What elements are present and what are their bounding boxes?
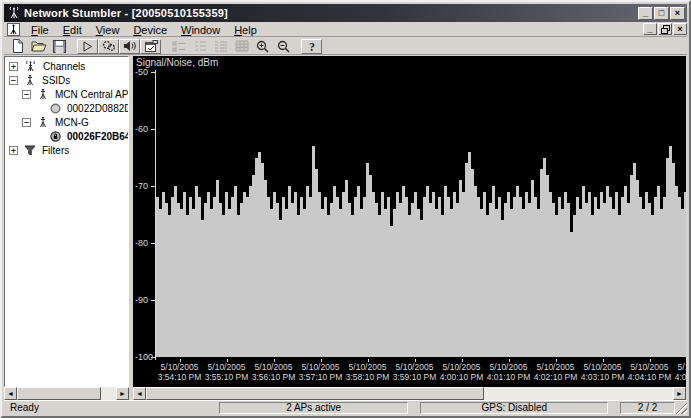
menu-item-device[interactable]: Device [126, 24, 174, 36]
small-icons-view-button [168, 39, 189, 54]
details-view-button [210, 39, 231, 54]
x-tick-mark [650, 359, 651, 362]
child-restore-button[interactable] [658, 23, 672, 35]
y-tick-label: -80 [135, 238, 155, 248]
channels-antenna-icon [21, 60, 40, 72]
x-tick-mark [180, 359, 181, 362]
scroll-left-arrow-icon[interactable]: ◄ [4, 387, 17, 400]
help-button[interactable]: ? [301, 39, 322, 54]
window-title: Network Stumbler - [20050510155359] [24, 7, 637, 19]
network-tree-panel: +Channels−SSIDs−MCN Central AP00022D0882… [4, 56, 129, 387]
tree-item-mcn-central-ap[interactable]: −MCN Central AP [5, 87, 128, 101]
svg-text:?: ? [309, 40, 315, 53]
tree-horizontal-scrollbar[interactable]: ◄ ► [4, 387, 129, 400]
x-tick-mark [509, 359, 510, 362]
speaker-button[interactable] [119, 39, 140, 54]
x-tick-label: 5/10/20054:00:10 PM [438, 359, 485, 385]
tree-item-label: 00026F20B64A [67, 131, 129, 142]
signal-chart-panel: Signal/Noise, dBm -50-60-70-80-90-100 5/… [133, 56, 686, 387]
status-bar: Ready 2 APs active GPS: Disabled 2 / 2 [4, 400, 687, 414]
ap-lock-icon [47, 131, 64, 142]
child-minimize-button[interactable]: _ [643, 23, 657, 35]
open-file-button[interactable] [28, 39, 49, 54]
zoom-in-button[interactable] [252, 39, 273, 54]
y-tick-label: -100 [135, 352, 155, 362]
play-icon [82, 41, 93, 52]
x-tick-label: 5/10/20053:56:10 PM [250, 359, 297, 385]
status-ready: Ready [4, 402, 219, 414]
toolbar-separator [161, 39, 168, 54]
new-file-icon [11, 39, 24, 53]
scrollbar-thumb[interactable] [17, 387, 101, 400]
menu-item-help[interactable]: Help [227, 24, 264, 36]
x-tick-mark [415, 359, 416, 362]
tree-item-ssids[interactable]: −SSIDs [5, 73, 128, 87]
tree-item-mcn-g[interactable]: −MCN-G [5, 115, 128, 129]
x-tick-label: 5/10/20054:01:10 PM [485, 359, 532, 385]
menu-item-view[interactable]: View [89, 24, 127, 36]
tree-item-00022d0882da[interactable]: 00022D0882DA [5, 101, 128, 115]
tree-item-label: SSIDs [42, 75, 70, 86]
maximize-button[interactable]: □ [654, 7, 669, 20]
x-tick-mark [603, 359, 604, 362]
scroll-right-arrow-icon[interactable]: ► [673, 387, 686, 400]
child-close-button[interactable]: × [673, 23, 687, 35]
scrollbar-thumb[interactable] [146, 387, 484, 400]
resize-grip[interactable] [675, 402, 687, 414]
x-tick-mark [556, 359, 557, 362]
x-axis-labels: 5/10/20053:54:10 PM5/10/20053:55:10 PM5/… [156, 359, 686, 385]
scroll-left-arrow-icon[interactable]: ◄ [133, 387, 146, 400]
zoom-out-button[interactable] [273, 39, 294, 54]
save-button[interactable] [49, 39, 70, 54]
tree-item-label: Channels [43, 61, 85, 72]
x-tick-mark [227, 359, 228, 362]
expand-plus-icon[interactable]: + [9, 146, 18, 155]
app-antenna-icon [7, 6, 21, 20]
scroll-right-arrow-icon[interactable]: ► [116, 387, 129, 400]
x-tick-mark [274, 359, 275, 362]
expand-plus-icon[interactable]: + [9, 62, 18, 71]
x-tick-label: 5/10/20053:58:10 PM [344, 359, 391, 385]
y-tick-label: -70 [135, 181, 155, 191]
gears-icon [102, 40, 116, 52]
menu-item-window[interactable]: Window [174, 24, 227, 36]
minimize-button[interactable]: _ [638, 7, 653, 20]
speaker-icon [123, 40, 136, 52]
menu-item-file[interactable]: File [24, 24, 56, 36]
auto-reconfigure-button[interactable] [98, 39, 119, 54]
scrollbar-track[interactable] [484, 387, 673, 400]
collapse-minus-icon[interactable]: − [9, 76, 18, 85]
x-tick-label: 5/10/20053:54:10 PM [156, 359, 203, 385]
grid-view-button [231, 39, 252, 54]
collapse-minus-icon[interactable]: − [22, 90, 31, 99]
tree-item-label: MCN Central AP [55, 89, 128, 100]
tree-item-label: Filters [42, 145, 69, 156]
signal-noise-plot [156, 72, 686, 357]
tree-item-00026f20b64a[interactable]: 00026F20B64A [5, 129, 128, 143]
x-tick-label: 5/10/20053:59:10 PM [391, 359, 438, 385]
filter-icon [21, 145, 39, 156]
options-button[interactable] [140, 39, 161, 54]
status-page-indicator: 2 / 2 [620, 402, 675, 414]
x-tick-label: 5/10/20054:02:10 PM [532, 359, 579, 385]
scan-toggle-button[interactable] [77, 39, 98, 54]
status-aps-active: 2 APs active [219, 402, 409, 414]
toolbar-separator [294, 39, 301, 54]
chart-horizontal-scrollbar[interactable]: ◄ ► [133, 387, 686, 400]
tree-item-filters[interactable]: +Filters [5, 143, 128, 157]
y-tick-label: -90 [135, 295, 155, 305]
list-view-button [189, 39, 210, 54]
grid-icon [235, 40, 249, 52]
menu-item-edit[interactable]: Edit [56, 24, 89, 36]
collapse-minus-icon[interactable]: − [22, 118, 31, 127]
app-window: Network Stumbler - [20050510155359] _ □ … [0, 0, 691, 418]
x-tick-label: 5/10/20054:04:10 PM [626, 359, 673, 385]
toolbar: ? [4, 38, 687, 55]
tree-item-channels[interactable]: +Channels [5, 59, 128, 73]
new-file-button[interactable] [7, 39, 28, 54]
scrollbar-track[interactable] [101, 387, 116, 400]
antenna-icon [21, 74, 39, 86]
mdi-child-antenna-icon [7, 23, 20, 36]
close-button[interactable]: × [670, 7, 685, 20]
antenna-icon [34, 116, 52, 128]
